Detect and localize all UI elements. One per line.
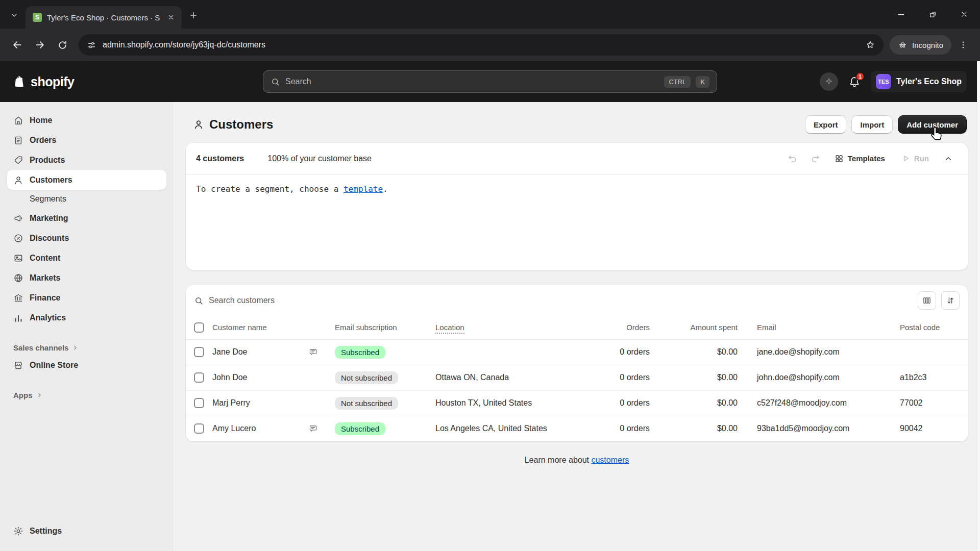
sidebar-item-label: Settings <box>30 527 62 536</box>
subscription-badge: Not subscribed <box>335 397 398 410</box>
new-tab-button[interactable] <box>185 7 202 24</box>
url-text[interactable]: admin.shopify.com/store/jy63jq-dc/custom… <box>103 40 859 49</box>
reload-button[interactable] <box>52 35 72 55</box>
sidebar-item-analytics[interactable]: Analytics <box>7 308 166 328</box>
notification-count-badge: 1 <box>855 72 865 81</box>
forward-button[interactable] <box>30 35 50 55</box>
customer-name-link[interactable]: Jane Doe <box>212 347 248 357</box>
restore-button[interactable] <box>917 0 948 29</box>
amount-cell: $0.00 <box>665 339 757 365</box>
marketing-icon <box>13 213 23 223</box>
templates-icon <box>835 154 844 163</box>
column-header-customer-name[interactable]: Customer name <box>212 316 335 339</box>
sidebar-item-segments[interactable]: Segments <box>7 190 166 208</box>
sidebar-item-markets[interactable]: Markets <box>7 268 166 288</box>
page-scrollbar[interactable] <box>977 61 980 551</box>
segment-editor-text: To create a segment, choose a <box>196 184 344 194</box>
postal-cell: 90042 <box>900 416 968 441</box>
sidebar-item-marketing[interactable]: Marketing <box>7 208 166 228</box>
sidebar-item-orders[interactable]: Orders <box>7 130 166 150</box>
import-button[interactable]: Import <box>851 115 893 134</box>
column-header-email-subscription[interactable]: Email subscription <box>335 316 435 339</box>
customers-icon <box>13 175 23 185</box>
select-all-checkbox[interactable] <box>194 322 204 333</box>
row-checkbox[interactable] <box>194 423 204 434</box>
column-header-postal-code[interactable]: Postal code <box>900 316 968 339</box>
browser-tab[interactable]: S Tyler's Eco Shop · Customers · S <box>26 6 182 29</box>
minimize-button[interactable] <box>885 0 917 29</box>
sidebar-item-customers[interactable]: Customers <box>7 170 166 190</box>
shopify-bag-icon <box>13 75 27 89</box>
bookmark-star-icon[interactable] <box>865 40 875 50</box>
customer-name-link[interactable]: Marj Perry <box>212 398 250 408</box>
postal-cell <box>900 339 968 365</box>
customer-name-link[interactable]: John Doe <box>212 373 248 382</box>
sidebar-item-home[interactable]: Home <box>7 110 166 130</box>
tab-close-icon[interactable] <box>165 12 177 23</box>
run-button[interactable]: Run <box>895 149 935 168</box>
learn-more-text: Learn more about <box>525 456 592 464</box>
sort-button[interactable] <box>941 291 960 310</box>
table-row[interactable]: Marj Perry Not subscribed Houston TX, Un… <box>186 390 968 416</box>
sidebar-item-settings[interactable]: Settings <box>7 521 166 541</box>
column-header-amount-spent[interactable]: Amount spent <box>665 316 757 339</box>
redo-button[interactable] <box>806 149 824 168</box>
sidebar-item-label: Online Store <box>30 361 78 370</box>
columns-button[interactable] <box>918 291 936 310</box>
chevron-down-icon <box>10 11 18 19</box>
back-button[interactable] <box>7 35 28 55</box>
segment-editor[interactable]: To create a segment, choose a template. <box>186 174 968 270</box>
templates-button[interactable]: Templates <box>828 149 891 168</box>
window-controls <box>885 0 980 29</box>
table-row[interactable]: Amy Lucero Subscribed Los Angeles CA, Un… <box>186 416 968 441</box>
search-icon <box>194 296 204 306</box>
page-title: Customers <box>209 117 273 132</box>
row-checkbox[interactable] <box>194 398 204 408</box>
tab-search-button[interactable] <box>5 6 23 24</box>
sidebar-item-online-store[interactable]: Online Store <box>7 355 166 375</box>
column-header-orders[interactable]: Orders <box>599 316 665 339</box>
store-menu-button[interactable]: TES Tyler's Eco Shop <box>871 71 967 92</box>
column-header-email[interactable]: Email <box>757 316 900 339</box>
postal-cell: 77002 <box>900 390 968 416</box>
chevron-right-icon <box>36 392 43 398</box>
sales-channels-header[interactable]: Sales channels <box>7 340 166 355</box>
collapse-button[interactable] <box>939 149 958 168</box>
address-bar[interactable]: admin.shopify.com/store/jy63jq-dc/custom… <box>79 34 884 56</box>
sidebar-item-content[interactable]: Content <box>7 248 166 268</box>
add-customer-button[interactable]: Add customer <box>898 115 967 134</box>
customer-name-link[interactable]: Amy Lucero <box>212 424 256 433</box>
incognito-label: Incognito <box>912 41 943 49</box>
browser-menu-button[interactable] <box>953 35 973 55</box>
table-row[interactable]: John Doe Not subscribed Ottawa ON, Canad… <box>186 365 968 390</box>
global-search-placeholder: Search <box>285 77 659 86</box>
table-row[interactable]: Jane Doe Subscribed 0 orders $0.00 jane.… <box>186 339 968 365</box>
apps-header[interactable]: Apps <box>7 387 166 403</box>
sidebar-item-products[interactable]: Products <box>7 150 166 170</box>
notifications-button[interactable]: 1 <box>848 76 861 88</box>
tab-title: Tyler's Eco Shop · Customers · S <box>47 13 160 22</box>
postal-cell: a1b2c3 <box>900 365 968 390</box>
sidebar-item-discounts[interactable]: Discounts <box>7 228 166 248</box>
row-checkbox[interactable] <box>194 347 204 357</box>
assistant-icon[interactable] <box>820 72 838 91</box>
location-cell: Los Angeles CA, United States <box>435 416 599 441</box>
customers-table: Customer name Email subscription Locatio… <box>186 316 968 441</box>
search-icon <box>271 77 280 87</box>
column-header-location[interactable]: Location <box>435 316 599 339</box>
undo-button[interactable] <box>783 149 802 168</box>
close-button[interactable] <box>948 0 980 29</box>
site-info-icon[interactable] <box>87 40 96 50</box>
search-customers-input[interactable] <box>209 296 913 305</box>
row-checkbox[interactable] <box>194 372 204 383</box>
store-avatar: TES <box>876 74 891 89</box>
sidebar-item-finance[interactable]: Finance <box>7 288 166 308</box>
shopify-logo[interactable]: shopify <box>13 74 74 89</box>
export-button[interactable]: Export <box>805 115 847 134</box>
customers-help-link[interactable]: customers <box>591 456 629 464</box>
global-search[interactable]: Search CTRL K <box>263 70 717 93</box>
sidebar-item-label: Finance <box>30 293 60 303</box>
template-link[interactable]: template <box>344 184 383 194</box>
shopify-topbar: shopify Search CTRL K 1 TES Tyler's Eco … <box>0 61 980 102</box>
incognito-icon <box>898 40 908 50</box>
